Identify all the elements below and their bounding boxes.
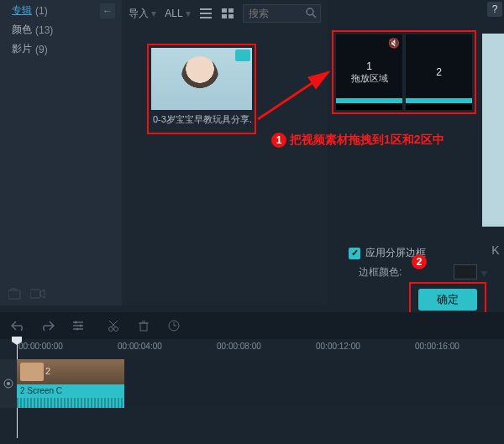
media-thumbnail[interactable]: 0-3岁宝宝早教玩具分享... (147, 44, 256, 134)
sidebar-item-count: (13) (35, 24, 53, 36)
back-icon[interactable]: ← (100, 3, 115, 18)
zone-number: 1 (366, 60, 372, 72)
search-box[interactable] (243, 4, 321, 23)
svg-rect-1 (30, 290, 40, 298)
import-button[interactable]: 导入 ▾ (129, 7, 156, 21)
ruler-tick: 00:00:16:00 (415, 342, 459, 351)
svg-rect-5 (228, 14, 234, 18)
svg-rect-2 (222, 8, 227, 13)
ruler-tick: 00:00:08:00 (217, 342, 261, 351)
redo-icon[interactable] (40, 318, 55, 333)
clip-thumb: 2 (17, 359, 124, 384)
history-icon[interactable] (166, 318, 181, 333)
filter-all-button[interactable]: ALL ▾ (165, 8, 190, 19)
apply-border-checkbox[interactable]: ✓ (349, 248, 360, 259)
undo-icon[interactable] (10, 318, 25, 333)
help-icon[interactable]: ? (487, 2, 502, 17)
adjust-icon[interactable] (71, 318, 86, 333)
record-icon[interactable] (30, 288, 45, 300)
zone-number: 2 (436, 66, 442, 78)
svg-point-6 (307, 8, 313, 15)
preview-ghost (482, 34, 504, 227)
svg-rect-14 (140, 323, 147, 331)
folder-sidebar: 专辑 (1) ← 颜色 (13) 影片 (9) (0, 0, 122, 306)
svg-point-13 (114, 327, 118, 332)
svg-line-7 (312, 14, 316, 18)
svg-rect-3 (228, 8, 234, 13)
border-color-row: 边框颜色: (359, 264, 477, 279)
svg-point-12 (109, 327, 113, 332)
folder-add-icon[interactable] (8, 288, 22, 300)
drop-zones: 🔇 1 拖放区域 2 (332, 30, 476, 114)
ruler-tick: 00:00:04:00 (118, 342, 162, 351)
timeline-ruler[interactable]: 00:00:00:00 00:00:04:00 00:00:08:00 00:0… (0, 339, 504, 356)
clip-label-strip: 2 Screen C (17, 384, 124, 408)
search-icon[interactable] (305, 7, 317, 18)
svg-point-11 (76, 328, 79, 331)
annotation-text: 把视频素材拖拽到1区和2区中 (290, 133, 444, 148)
sidebar-item-count: (9) (35, 44, 48, 55)
svg-rect-0 (8, 290, 20, 299)
sidebar-item-label: 专辑 (12, 3, 32, 18)
annotation-1: 1 把视频素材拖拽到1区和2区中 (271, 133, 444, 148)
drop-zone-1[interactable]: 🔇 1 拖放区域 (336, 34, 402, 110)
timeline-clip[interactable]: 2 2 Screen C (17, 359, 124, 408)
sidebar-item-video[interactable]: 影片 (9) (0, 39, 122, 59)
delete-icon[interactable] (136, 318, 151, 333)
sidebar-item-label: 颜色 (12, 23, 32, 37)
border-color-label: 边框颜色: (359, 265, 402, 279)
clip-type-icon (235, 50, 250, 61)
ruler-tick: 00:00:12:00 (316, 342, 360, 351)
svg-rect-4 (222, 14, 227, 18)
browser-toolbar: 导入 ▾ ALL ▾ (122, 0, 328, 27)
track-head-icon[interactable] (0, 359, 17, 408)
cut-icon[interactable] (106, 318, 121, 333)
clip-name: 2 Screen C (20, 386, 62, 395)
clip-index: 2 (45, 366, 50, 376)
waveform (17, 398, 124, 408)
svg-point-10 (80, 325, 82, 327)
thumbnail-image (151, 48, 252, 110)
preview-ghost-k: K (487, 235, 504, 265)
thumbnail-caption: 0-3岁宝宝早教玩具分享... (151, 110, 252, 126)
timeline-toolbar (0, 312, 504, 339)
border-color-picker[interactable] (454, 264, 477, 279)
view-grid-icon[interactable] (221, 7, 234, 20)
svg-point-17 (7, 382, 10, 385)
svg-point-9 (75, 321, 77, 324)
video-track[interactable]: 2 2 Screen C (0, 359, 504, 408)
view-list-icon[interactable] (199, 7, 213, 20)
sidebar-item-color[interactable]: 颜色 (13) (0, 20, 122, 39)
sidebar-item-count: (1) (35, 5, 48, 17)
sidebar-item-label: 影片 (12, 42, 32, 56)
annotation-badge-1: 1 (271, 133, 286, 148)
ruler-tick: 00:00:00:00 (18, 342, 63, 351)
drop-zone-2[interactable]: 2 (406, 34, 472, 110)
ok-button[interactable]: 确定 (418, 289, 477, 311)
sidebar-footer (0, 282, 122, 306)
mute-icon[interactable]: 🔇 (388, 37, 400, 49)
zone-label: 拖放区域 (351, 72, 388, 85)
